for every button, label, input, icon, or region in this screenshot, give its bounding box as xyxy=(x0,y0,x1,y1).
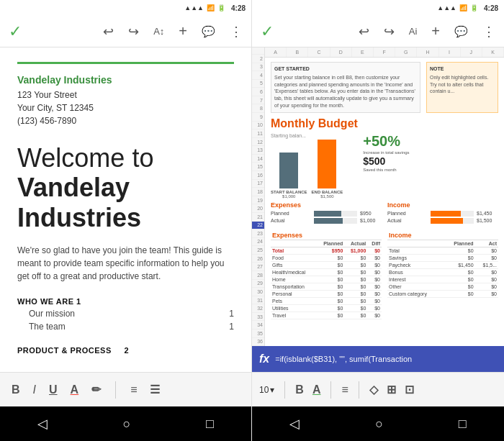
row-num-9: 9 xyxy=(252,113,264,122)
income-summary: Income Planned $1,450 Actual $1,500 xyxy=(387,201,498,225)
income-interest-row: Interest$0$0 xyxy=(387,276,498,283)
left-panel: ▲▲▲ 📶 🔋 4:28 ✓ ↩ ↪ A↕ + 💬 ⋮ Vandelay Ind… xyxy=(0,0,252,441)
right-align-button[interactable]: ≡ xyxy=(341,383,348,396)
row-num-29: 29 xyxy=(252,280,264,288)
right-comment-icon[interactable]: 💬 xyxy=(454,25,468,38)
row-num-1 xyxy=(252,47,264,55)
savings-pct: +50% xyxy=(363,133,400,150)
col-headers: A B C D E F G H I J K xyxy=(265,47,504,58)
sheet-area: 2 3 4 5 6 7 8 9 10 11 12 13 14 15 16 17 … xyxy=(252,47,504,346)
right-nav-bar: ◁ ○ □ xyxy=(252,406,504,441)
text-format-icon[interactable]: A↕ xyxy=(153,26,164,37)
row-num-14: 14 xyxy=(252,155,264,163)
income-table: Income PlannedAct Total$0$0 Savings$0 xyxy=(387,231,498,298)
savings-amt: $500 xyxy=(363,155,385,167)
row-num-18: 18 xyxy=(252,188,264,196)
right-undo-icon[interactable]: ↩ xyxy=(359,24,369,40)
right-add-icon[interactable]: + xyxy=(431,23,440,40)
row-num-6: 6 xyxy=(252,88,264,96)
home-button[interactable]: ○ xyxy=(123,417,131,432)
row-num-25: 25 xyxy=(252,246,264,255)
get-started-text: Set your starting balance in cell B8, th… xyxy=(274,74,417,109)
expenses-transport-row: Transportation$0$0$0 xyxy=(271,283,382,290)
right-battery-icon: 🔋 xyxy=(470,4,478,12)
col-K: K xyxy=(482,47,504,57)
redo-icon[interactable]: ↪ xyxy=(128,24,139,40)
right-more-format-button[interactable]: ⊡ xyxy=(405,383,414,396)
right-fill-button[interactable]: ◇ xyxy=(369,383,378,396)
add-icon[interactable]: + xyxy=(179,23,187,40)
note-text: Only edit highlighted cells. Try not to … xyxy=(430,74,495,95)
right-merge-button[interactable]: ⊞ xyxy=(387,383,396,396)
align-button[interactable]: ≡ xyxy=(130,383,137,396)
row-num-36: 36 xyxy=(252,338,264,346)
row-num-3: 3 xyxy=(252,63,264,72)
expenses-total-row: Total$950$1,000$0 xyxy=(271,247,382,254)
underline-button[interactable]: U xyxy=(49,383,58,396)
col-B: B xyxy=(287,47,308,57)
left-nav-bar: ◁ ○ □ xyxy=(0,406,251,441)
expenses-travel-row: Travel$0$0$0 xyxy=(271,312,382,319)
right-home-button[interactable]: ○ xyxy=(375,417,383,432)
right-recents-button[interactable]: □ xyxy=(459,417,467,432)
font-size-selector[interactable]: 10 ▾ xyxy=(259,385,274,395)
right-redo-icon[interactable]: ↪ xyxy=(384,24,395,40)
expenses-home-row: Home$0$0$0 xyxy=(271,276,382,283)
left-toolbar: ✓ ↩ ↪ A↕ + 💬 ⋮ xyxy=(0,16,251,47)
row-num-32: 32 xyxy=(252,304,264,313)
bar-chart: Starting balan... START BALANCE $1,000 xyxy=(271,133,343,199)
chart-bars: START BALANCE $1,000 END BALANCE xyxy=(271,140,343,199)
starting-balance-label: Starting balan... xyxy=(271,133,343,138)
right-check-icon[interactable]: ✓ xyxy=(261,22,274,41)
back-button[interactable]: ◁ xyxy=(37,416,48,432)
right-format-sep3 xyxy=(359,381,359,399)
expenses-health-row: Health/medical$0$0$0 xyxy=(271,268,382,276)
list-button[interactable]: ☰ xyxy=(150,383,160,396)
highlight-button[interactable]: ✏ xyxy=(91,383,101,396)
row-num-7: 7 xyxy=(252,96,264,105)
right-status-bar: ▲▲▲ 📶 🔋 4:28 xyxy=(252,0,504,16)
row-num-2: 2 xyxy=(252,55,264,63)
formula-bar[interactable]: fx =if(isblank($B31), "", sumif(Transact… xyxy=(252,346,504,372)
expenses-actual-row: Actual $1,000 xyxy=(271,218,382,224)
sheet-visual[interactable]: GET STARTED Set your starting balance in… xyxy=(265,58,504,346)
left-status-right: ▲▲▲ 📶 🔋 4:28 xyxy=(184,4,246,12)
right-bold-button[interactable]: B xyxy=(295,383,304,396)
row-num-26: 26 xyxy=(252,255,264,263)
right-status-right: ▲▲▲ 📶 🔋 4:28 xyxy=(437,4,498,12)
row-num-10: 10 xyxy=(252,122,264,130)
row-num-21: 21 xyxy=(252,213,264,222)
right-wifi-icon: 📶 xyxy=(459,4,467,12)
right-font-color-button[interactable]: A xyxy=(312,383,321,396)
recents-button[interactable]: □ xyxy=(206,417,214,432)
font-color-button[interactable]: A xyxy=(71,383,79,396)
more-options-icon[interactable]: ⋮ xyxy=(230,24,243,40)
sheet-main[interactable]: A B C D E F G H I J K xyxy=(265,47,504,346)
right-more-icon[interactable]: ⋮ xyxy=(482,24,495,40)
savings-box: +50% Increase in total savings $500 Save… xyxy=(363,133,409,173)
income-summary-title: Income xyxy=(387,201,498,209)
check-icon[interactable]: ✓ xyxy=(9,22,22,41)
row-num-35: 35 xyxy=(252,329,264,338)
format-separator xyxy=(115,381,116,399)
row-num-34: 34 xyxy=(252,321,264,329)
undo-icon[interactable]: ↩ xyxy=(103,24,114,40)
comment-icon[interactable]: 💬 xyxy=(202,25,215,38)
income-total-row: Total$0$0 xyxy=(387,247,498,254)
col-A: A xyxy=(265,47,287,57)
col-G: G xyxy=(395,47,417,57)
bold-button[interactable]: B xyxy=(12,383,20,396)
italic-button[interactable]: I xyxy=(33,383,36,396)
right-back-button[interactable]: ◁ xyxy=(289,416,300,432)
col-E: E xyxy=(352,47,374,57)
row-num-31: 31 xyxy=(252,296,264,305)
right-format-sep1 xyxy=(284,381,285,399)
right-text-icon[interactable]: Ai xyxy=(409,26,418,37)
end-bar-group: END BALANCE $1,500 xyxy=(312,140,343,199)
savings-amt-label: Saved this month xyxy=(363,167,396,173)
row-num-16: 16 xyxy=(252,171,264,180)
right-panel: ▲▲▲ 📶 🔋 4:28 ✓ ↩ ↪ Ai + 💬 ⋮ 2 3 4 5 6 7 xyxy=(252,0,504,441)
col-F: F xyxy=(374,47,395,57)
summary-section: Expenses Planned $950 Actual $1,000 xyxy=(271,201,498,225)
toc-our-mission: Our mission 1 xyxy=(17,309,234,319)
